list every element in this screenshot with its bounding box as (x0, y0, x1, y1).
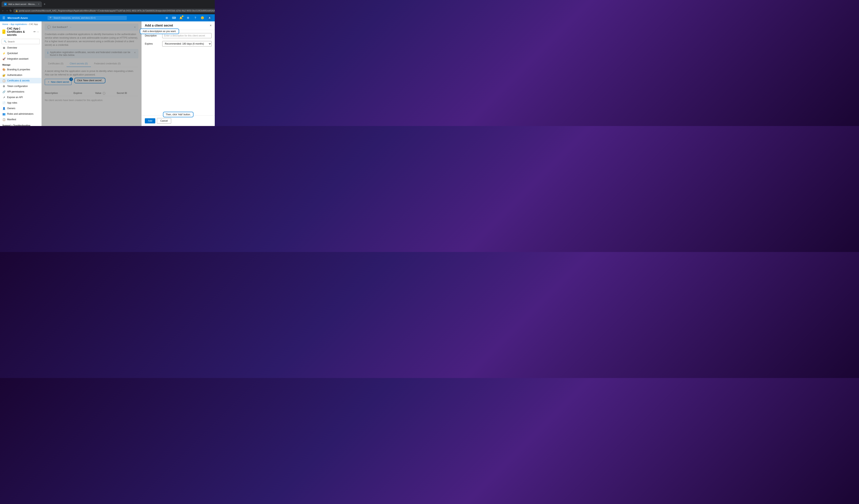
table-empty-message: No client secrets have been created for … (45, 97, 138, 103)
cloudshell-icon[interactable]: ⌨ (171, 15, 177, 20)
feedback-banner: 💬 Got feedback? → × (45, 24, 138, 31)
feedback-text: Got feedback? (52, 26, 68, 29)
sidebar-search-placeholder: Search (8, 41, 15, 43)
app-roles-icon: 📄 (2, 101, 5, 104)
cancel-button[interactable]: Cancel (157, 118, 171, 124)
feedback-link[interactable]: → (69, 26, 72, 29)
sidebar-item-integration[interactable]: 🚀 Integration assistant (0, 56, 41, 62)
sidebar-item-label: App roles (7, 102, 17, 104)
sidebar-item-owners[interactable]: 👤 Owners (0, 106, 41, 111)
sidebar-item-expose-api[interactable]: ↗ Expose an API (0, 94, 41, 100)
sidebar-item-api-permissions[interactable]: 🔗 API permissions (0, 89, 41, 94)
page-icon: 🔑 (2, 30, 5, 34)
authentication-icon: 🔐 (2, 74, 5, 77)
expires-select[interactable]: Recommended: 180 days (6 months) (162, 41, 212, 47)
callout-description-text: Add a descriptpion as you want. (142, 30, 176, 33)
search-icon: 🔍 (49, 17, 52, 19)
sidebar-item-quickstart[interactable]: ⚡ Quickstart (0, 50, 41, 56)
feedback-icon[interactable]: 😊 (200, 15, 205, 20)
feedback-close-btn[interactable]: × (134, 26, 136, 29)
sidebar: Home › App registrations › C4C App 🔑 C4C… (0, 21, 42, 126)
sidebar-item-label: Roles and administrators (7, 112, 33, 115)
sidebar-item-token[interactable]: ⚙ Token configuration (0, 83, 41, 89)
sidebar-search[interactable]: 🔍 Search (2, 39, 40, 44)
sidebar-item-label: Authentication (7, 74, 22, 76)
forward-button[interactable]: → (5, 8, 8, 13)
sidebar-item-label: Overview (7, 46, 17, 49)
api-permissions-icon: 🔗 (2, 90, 5, 93)
step-badge: 7 (69, 77, 73, 81)
hamburger-menu[interactable]: ☰ (2, 16, 5, 20)
feedback-info-icon: 💬 (47, 26, 51, 29)
callout-add-text: Then, click 'Add' button. (166, 113, 191, 116)
settings-icon[interactable]: ⚙ (185, 15, 191, 20)
sidebar-item-label: Expose an API (7, 96, 23, 99)
callout-description: Add a descriptpion as you want. (140, 29, 179, 34)
expires-row: Expires Recommended: 180 days (6 months) (145, 41, 212, 47)
azure-search-bar[interactable]: 🔍 Search resources, services, and docs (… (47, 16, 127, 20)
address-text: portal.azure.com/#view/Microsoft_AAD_Reg… (19, 10, 215, 12)
right-panel-footer: Then, click 'Add' button. Add Cancel (142, 116, 215, 126)
new-tab-button[interactable]: + (42, 1, 47, 7)
new-client-secret-button[interactable]: ＋ New client secret 7 (45, 79, 72, 85)
portal-settings-icon[interactable]: ⊞ (164, 15, 169, 20)
tab-federated[interactable]: Federated credentials (0) (91, 61, 124, 67)
breadcrumb-home[interactable]: Home (2, 23, 8, 25)
sidebar-item-certificates[interactable]: 📋 Certificates & secrets (0, 78, 41, 83)
sidebar-item-label: Branding & properties (7, 68, 30, 71)
azure-logo: Microsoft Azure (7, 16, 28, 19)
callout-add: Then, click 'Add' button. (163, 112, 194, 117)
alert-close-btn[interactable]: × (134, 51, 136, 54)
address-bar[interactable]: 🔒 portal.azure.com/#view/Microsoft_AAD_R… (13, 9, 215, 13)
tab-client-secrets[interactable]: Client secrets (0) (66, 61, 91, 67)
add-button[interactable]: Add (145, 118, 155, 123)
credentials-description: Credentials enable confidential applicat… (45, 32, 138, 47)
notification-icon[interactable]: 🔔 1 (178, 15, 184, 20)
manifest-icon: 📋 (2, 118, 5, 121)
roles-admin-icon: 👥 (2, 112, 5, 116)
alert-info-icon: ℹ (47, 51, 48, 54)
sidebar-item-authentication[interactable]: 🔐 Authentication (0, 72, 41, 78)
sidebar-item-roles-admin[interactable]: 👥 Roles and administrators (0, 111, 41, 117)
sidebar-item-manifest[interactable]: 📋 Manifest (0, 117, 41, 122)
profile-avatar[interactable]: A (207, 15, 212, 20)
callout-new-secret-text: Click 'New client secret'. (77, 79, 103, 82)
help-icon[interactable]: ? (193, 15, 198, 20)
new-secret-label: New client secret (51, 81, 69, 83)
breadcrumb-sep2: › (28, 23, 29, 25)
value-info-icon: i (103, 92, 105, 95)
topbar-icons: ⊞ ⌨ 🔔 1 ⚙ ? 😊 A (164, 15, 212, 20)
search-placeholder: Search resources, services, and docs (G+… (54, 17, 95, 19)
right-panel-close-btn[interactable]: × (210, 24, 212, 27)
sidebar-item-app-roles[interactable]: 📄 App roles (0, 100, 41, 106)
quickstart-icon: ⚡ (2, 52, 5, 55)
sidebar-item-overview[interactable]: ⊞ Overview (0, 45, 41, 50)
close-tab-button[interactable]: × (38, 3, 40, 5)
more-options-icon[interactable]: ··· (37, 30, 39, 33)
browser-toolbar: ← → ↻ 🔒 portal.azure.com/#view/Microsoft… (0, 7, 215, 14)
tab-favicon: A (4, 3, 7, 5)
sidebar-item-label: Quickstart (7, 52, 18, 55)
sidebar-item-label: Token configuration (7, 85, 28, 88)
sidebar-item-branding[interactable]: 🎨 Branding & properties (0, 67, 41, 72)
breadcrumb: Home › App registrations › C4C App (0, 21, 41, 26)
tabs-container: Certificates (0) Client secrets (0) Fede… (45, 61, 138, 67)
expose-api-icon: ↗ (2, 96, 5, 99)
secret-description: A secret string that the application use… (45, 69, 138, 76)
expires-field: Expires Recommended: 180 days (6 months) (145, 41, 212, 47)
tab-certificates[interactable]: Certificates (0) (45, 61, 66, 67)
support-section-label: Support + Troubleshooting (0, 122, 41, 126)
browser-chrome: A Add a client secret - Micros... × + ← … (0, 0, 215, 14)
right-panel-body: Description Expires Recommended: 180 day… (142, 30, 215, 116)
back-button[interactable]: ← (2, 8, 4, 13)
sidebar-search-icon: 🔍 (4, 40, 6, 43)
sidebar-item-label: API permissions (7, 90, 24, 93)
alert-text: Application registration certificates, s… (50, 51, 133, 57)
edit-icon[interactable]: ✏ (33, 30, 36, 33)
refresh-button[interactable]: ↻ (10, 8, 12, 13)
breadcrumb-app-reg[interactable]: App registrations (11, 23, 27, 25)
page-title-section: 🔑 C4C App | Certificates & secrets ✏ ··· (0, 26, 41, 38)
browser-tab[interactable]: A Add a client secret - Micros... × (2, 1, 42, 7)
certificates-icon: 📋 (2, 79, 5, 82)
azure-topbar: ☰ Microsoft Azure 🔍 Search resources, se… (0, 14, 215, 21)
